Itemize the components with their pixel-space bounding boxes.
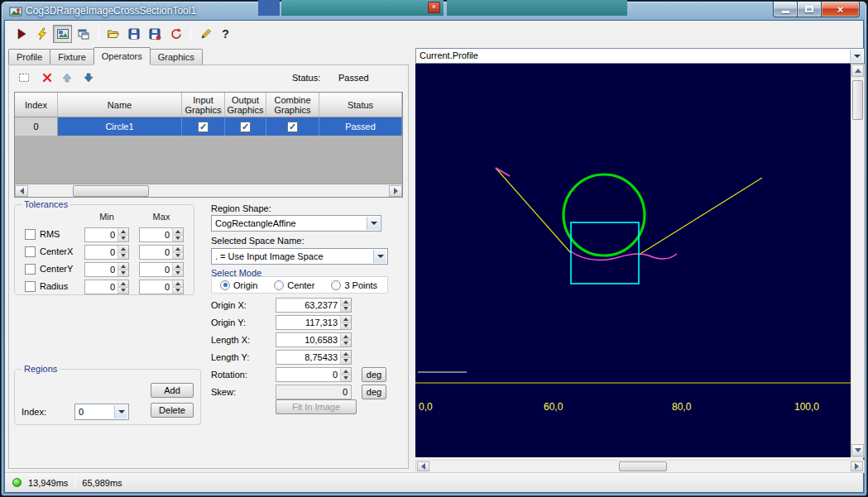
spin-down-button[interactable] [118,270,128,277]
spin-down-button[interactable] [118,253,128,260]
delete-operator-button[interactable] [39,69,55,85]
rms-checkbox[interactable] [25,229,36,240]
display-source-dropdown[interactable]: Current.Profile [415,48,865,64]
spin-down-button[interactable] [341,323,351,330]
spin-down-button[interactable] [173,288,183,294]
minimize-button[interactable] [773,2,798,17]
centerx-max-spinner[interactable]: 0 [139,245,184,260]
scroll-left-button[interactable] [15,185,28,197]
radius-checkbox[interactable] [25,281,36,292]
rms-max-spinner[interactable]: 0 [139,227,184,242]
display-horizontal-scrollbar[interactable] [415,460,865,473]
spin-down-button[interactable] [341,306,351,313]
show-image-button[interactable] [53,25,72,43]
scrollbar-thumb[interactable] [73,185,149,197]
spin-down-button[interactable] [173,270,183,277]
scroll-right-button[interactable] [851,461,863,471]
origin-y-spinner[interactable]: 117,313 [276,315,352,330]
operator-name-cell[interactable]: Circle1 [58,117,182,136]
skew-deg-button[interactable]: deg [362,385,386,399]
tab-operators[interactable]: Operators [94,47,151,65]
spin-up-button[interactable] [341,351,351,358]
space-name-dropdown[interactable]: . = Use Input Image Space [211,248,388,265]
length-x-value[interactable]: 10,6583 [276,333,340,346]
spin-down-button[interactable] [341,375,351,382]
close-button[interactable] [822,2,860,17]
column-header-index[interactable]: Index [15,93,58,117]
rotation-value[interactable]: 0 [276,368,340,381]
spin-down-button[interactable] [173,253,183,260]
spin-up-button[interactable] [118,280,128,288]
length-x-spinner[interactable]: 10,6583 [276,332,352,347]
spin-up-button[interactable] [173,263,183,270]
spin-down-button[interactable] [118,288,128,294]
rms-max-value[interactable]: 0 [140,228,172,241]
centerx-min-spinner[interactable]: 0 [84,245,129,260]
spin-up-button[interactable] [173,280,183,288]
column-header-status[interactable]: Status [319,93,402,117]
move-up-button[interactable] [59,69,74,85]
length-y-spinner[interactable]: 8,75433 [276,350,352,365]
spin-up-button[interactable] [118,263,128,270]
tab-fixture[interactable]: Fixture [50,49,94,65]
centerx-min-value[interactable]: 0 [85,246,117,259]
radius-max-spinner[interactable]: 0 [139,280,184,294]
centery-max-spinner[interactable]: 0 [139,262,184,277]
region-index-dropdown[interactable]: 0 [74,404,129,420]
maximize-button[interactable] [798,2,822,17]
origin-y-value[interactable]: 117,313 [276,316,340,329]
length-y-value[interactable]: 8,75433 [276,351,340,364]
scroll-left-button[interactable] [417,461,429,471]
rms-min-value[interactable]: 0 [85,228,117,241]
centerx-max-value[interactable]: 0 [140,246,172,259]
rotation-deg-button[interactable]: deg [362,367,386,382]
scrollbar-thumb[interactable] [619,461,667,471]
edit-graphics-button[interactable] [195,25,214,43]
centery-checkbox[interactable] [25,264,36,275]
origin-x-spinner[interactable]: 63,2377 [276,298,352,313]
new-operator-button[interactable] [16,69,31,85]
save-image-button[interactable] [145,25,164,43]
float-window-button[interactable] [74,25,93,43]
skew-field[interactable]: 0 [276,385,352,399]
spin-up-button[interactable] [341,299,351,306]
move-down-button[interactable] [80,69,96,85]
scrollbar-thumb[interactable] [852,80,863,120]
operator-row[interactable]: 0 Circle1 Passed [15,117,402,136]
scroll-right-button[interactable] [389,185,402,197]
live-run-button[interactable] [32,25,51,43]
spin-up-button[interactable] [173,246,183,253]
scroll-down-button[interactable] [851,444,864,456]
profile-display[interactable]: 0,0 60,0 80,0 100,0 [415,64,851,457]
column-header-name[interactable]: Name [58,93,182,117]
delete-region-button[interactable]: Delete [151,403,194,418]
radius-min-value[interactable]: 0 [85,280,117,294]
radius-min-spinner[interactable]: 0 [84,280,129,294]
center-radio[interactable] [274,280,284,290]
column-header-input-graphics[interactable]: Input Graphics [182,93,225,117]
centery-max-value[interactable]: 0 [140,263,172,276]
display-vertical-scrollbar[interactable] [851,64,865,457]
spin-down-button[interactable] [173,236,183,242]
grid-horizontal-scrollbar[interactable] [15,184,402,197]
spin-down-button[interactable] [341,358,351,365]
origin-x-value[interactable]: 63,2377 [276,299,340,312]
row-index-cell[interactable]: 0 [15,117,58,136]
spin-up-button[interactable] [173,228,183,236]
spin-up-button[interactable] [118,228,128,236]
output-graphics-checkbox[interactable] [240,122,251,132]
open-file-button[interactable] [103,25,122,43]
spin-up-button[interactable] [341,316,351,323]
centerx-checkbox[interactable] [25,246,36,257]
tab-profile[interactable]: Profile [8,49,50,65]
spin-up-button[interactable] [341,333,351,341]
run-button[interactable] [12,25,31,43]
origin-radio[interactable] [220,280,230,290]
reset-button[interactable] [165,25,185,43]
centery-min-value[interactable]: 0 [85,263,117,276]
spin-down-button[interactable] [341,341,351,347]
radius-max-value[interactable]: 0 [140,280,172,294]
fit-in-image-button[interactable]: Fit In Image [276,399,357,414]
column-header-output-graphics[interactable]: Output Graphics [225,93,266,117]
rotation-spinner[interactable]: 0 [276,367,352,382]
